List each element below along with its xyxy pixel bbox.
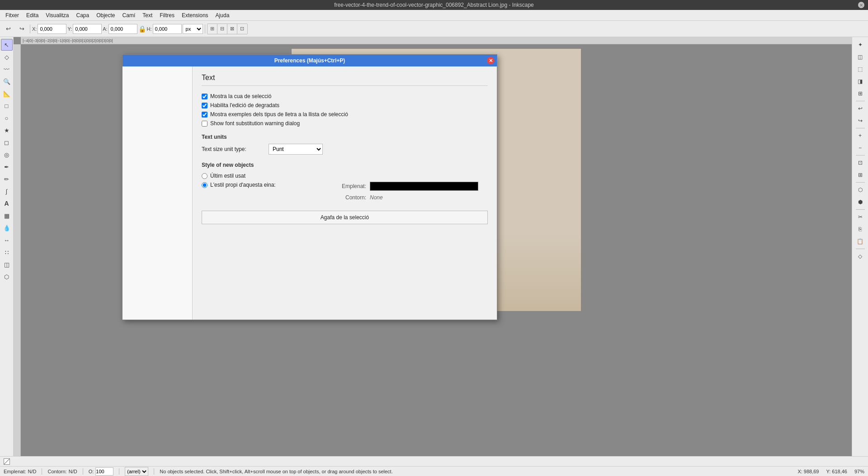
height-group: H: <box>147 24 182 34</box>
grid-button[interactable]: ⊞ <box>854 169 866 181</box>
undo-button[interactable]: ↩ <box>2 23 14 35</box>
menu-item-fitxer[interactable]: Fitxer <box>2 11 23 19</box>
main-toolbar: ↩ ↪ X: Y: A: 🔒 H: px mm cm pt ⊞ ⊟ ⊠ ⊡ <box>0 21 868 37</box>
selector-tool-button[interactable]: ↖ <box>1 39 13 51</box>
lock-proportions-icon[interactable]: 🔒 <box>138 25 146 33</box>
width-input[interactable] <box>108 24 137 34</box>
enable-gradient-edit-checkbox[interactable] <box>202 103 208 108</box>
pen-tool-button[interactable]: ✒ <box>1 161 13 173</box>
app-title: free-vector-4-the-trend-of-cool-vector-g… <box>334 2 534 8</box>
spiral-tool-button[interactable]: ◎ <box>1 149 13 160</box>
menu-item-filtres[interactable]: Filtres <box>156 11 178 19</box>
fill-color-swatch[interactable] <box>370 182 478 191</box>
status-sep-3 <box>119 468 119 475</box>
pencil-tool-button[interactable]: ✏ <box>1 173 13 185</box>
show-font-warning-checkbox[interactable] <box>202 121 208 127</box>
unit-type-label: Text size unit type: <box>202 146 265 152</box>
layers-button[interactable]: ⬚ <box>854 63 866 75</box>
show-selection-queue-checkbox[interactable] <box>202 94 208 99</box>
menu-item-text[interactable]: Text <box>139 11 156 19</box>
toolbox: ↖ ◇ 〰 🔍 📐 □ ○ ★ ◻ ◎ ✒ ✏ ∫ A ▦ 💧 ↔ ∷ ◫ ⬡ <box>0 37 14 456</box>
menu-item-capa[interactable]: Capa <box>73 11 93 19</box>
zoom-out-button[interactable]: − <box>854 142 866 154</box>
3dbox-tool-button[interactable]: ◻ <box>1 137 13 148</box>
fill-stroke-button[interactable]: ◨ <box>854 75 866 87</box>
checkbox-row-2: Habilita l'edició de degradats <box>202 102 488 108</box>
snap-btn-3[interactable]: ⊠ <box>227 24 237 34</box>
dropper-tool-button[interactable]: 💧 <box>1 222 13 234</box>
snap-btn-4[interactable]: ⊡ <box>237 24 247 34</box>
redo-button[interactable]: ↪ <box>15 23 28 35</box>
star-tool-button[interactable]: ★ <box>1 124 13 136</box>
snap-btn-1[interactable]: ⊞ <box>208 24 217 34</box>
xml-editor-button[interactable]: ✦ <box>854 39 866 51</box>
redo-history-button[interactable]: ↪ <box>854 115 866 127</box>
text-tool-button[interactable]: A <box>1 198 13 209</box>
title-bar: free-vector-4-the-trend-of-cool-vector-g… <box>0 0 868 10</box>
no-color-swatch[interactable] <box>0 458 14 465</box>
rect-tool-button[interactable]: □ <box>1 100 13 112</box>
show-font-examples-checkbox[interactable] <box>202 112 208 118</box>
import-button[interactable]: ⬢ <box>854 196 866 208</box>
menu-item-extensions[interactable]: Extensions <box>178 11 212 19</box>
cut-button[interactable]: ✂ <box>854 211 866 223</box>
measure-tool-button[interactable]: 📐 <box>1 88 13 99</box>
unit-type-select[interactable]: Punt px pt mm cm in <box>269 144 323 155</box>
eraser-tool-button[interactable]: ◫ <box>1 259 13 270</box>
height-input[interactable] <box>153 24 182 34</box>
undo-history-button[interactable]: ↩ <box>854 103 866 114</box>
calligraphy-tool-button[interactable]: ∫ <box>1 185 13 197</box>
coords-x: X: 988,69 <box>797 469 819 474</box>
transparent-swatch[interactable] <box>4 458 10 465</box>
toolbar-separator-2 <box>205 24 205 33</box>
gradient-tool-button[interactable]: ▦ <box>1 210 13 222</box>
vertical-ruler <box>14 44 21 456</box>
export-button[interactable]: ⬡ <box>854 184 866 196</box>
own-style-radio[interactable] <box>202 182 208 188</box>
menu-item-visualitza[interactable]: Visualitza <box>42 11 72 19</box>
x-coord-group: X: <box>32 24 66 34</box>
zoom-tool-button[interactable]: 🔍 <box>1 75 13 87</box>
tweak-tool-button[interactable]: 〰 <box>1 63 13 75</box>
node-edit-button[interactable]: ◇ <box>854 250 866 262</box>
menu-item-objecte[interactable]: Objecte <box>93 11 118 19</box>
width-group: A: <box>103 24 137 34</box>
stroke-row-label: Contorn: <box>335 194 366 201</box>
y-input[interactable] <box>73 24 102 34</box>
menu-item-ajuda[interactable]: Ajuda <box>212 11 233 19</box>
menu-item-edita[interactable]: Edita <box>23 11 42 19</box>
zoom-in-button[interactable]: + <box>854 130 866 141</box>
snap-btn-2[interactable]: ⊟ <box>217 24 227 34</box>
coords-y: Y: 618,46 <box>826 469 847 474</box>
preferences-content: Text Mostra la cua de selecció Habilita … <box>193 66 497 320</box>
node-tool-button[interactable]: ◇ <box>1 51 13 63</box>
last-style-radio[interactable] <box>202 173 208 179</box>
fill-style-row: Emplenat: <box>335 182 478 191</box>
radio-row-own-style: L'estil propi d'aquesta eina: Emplenat: … <box>202 182 488 203</box>
status-sep-1 <box>42 468 42 475</box>
paint-bucket-tool-button[interactable]: ⬡ <box>1 271 13 283</box>
snap-toggle-button[interactable]: ⊡ <box>854 157 866 169</box>
objects-button[interactable]: ◫ <box>854 51 866 63</box>
get-from-selection-button[interactable]: Agafa de la selecció <box>202 211 488 224</box>
right-panel-sep-5 <box>856 209 865 210</box>
unit-select[interactable]: px mm cm pt <box>183 24 203 34</box>
fill-status: Emplenat: N/D <box>4 469 36 474</box>
opacity-input[interactable] <box>95 467 113 476</box>
align-button[interactable]: ⊞ <box>854 88 866 99</box>
spray-tool-button[interactable]: ∷ <box>1 246 13 258</box>
menu-item-camí[interactable]: Camí <box>119 11 139 19</box>
app-close-button[interactable]: ✕ <box>858 2 864 8</box>
paste-button[interactable]: 📋 <box>854 236 866 247</box>
preferences-dialog[interactable]: Preferences (Majús+Ctrl+P) ✕ Text Mostra… <box>122 54 497 320</box>
circle-tool-button[interactable]: ○ <box>1 112 13 124</box>
last-style-label: Últim estil usat <box>210 173 245 179</box>
x-input[interactable] <box>38 24 66 34</box>
copy-button[interactable]: ⎘ <box>854 223 866 235</box>
dialog-close-button[interactable]: ✕ <box>487 57 494 64</box>
connector-tool-button[interactable]: ↔ <box>1 234 13 246</box>
layer-selector[interactable]: (arrel) <box>125 467 148 476</box>
cb4-label: Show font substitution warning dialog <box>210 120 300 127</box>
h-label: H: <box>147 26 152 32</box>
status-sep-4 <box>154 468 154 475</box>
